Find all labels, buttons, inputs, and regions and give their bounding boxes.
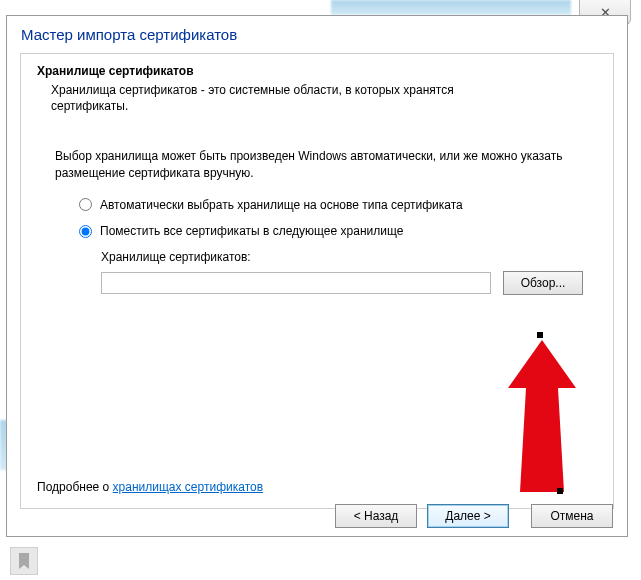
learn-more-link[interactable]: хранилищах сертификатов <box>113 480 263 494</box>
learn-more: Подробнее о хранилищах сертификатов <box>37 480 263 494</box>
wizard-content-panel: Хранилище сертификатов Хранилища сертифи… <box>20 53 614 509</box>
radio-auto[interactable]: Автоматически выбрать хранилище на основ… <box>79 197 595 213</box>
wizard-window: Мастер импорта сертификатов Хранилище се… <box>6 15 628 537</box>
annotation-arrow-icon <box>502 340 582 500</box>
certificate-store-input[interactable] <box>101 272 491 294</box>
next-button[interactable]: Далее > <box>427 504 509 528</box>
intro-text: Выбор хранилища может быть произведен Wi… <box>55 148 595 180</box>
back-button[interactable]: < Назад <box>335 504 417 528</box>
radio-auto-label: Автоматически выбрать хранилище на основ… <box>100 197 463 213</box>
browse-button[interactable]: Обзор... <box>503 271 583 295</box>
radio-group: Автоматически выбрать хранилище на основ… <box>79 197 595 239</box>
section-heading: Хранилище сертификатов <box>37 64 597 78</box>
radio-auto-input[interactable] <box>79 198 92 211</box>
background-window-hint <box>331 0 571 15</box>
svg-marker-0 <box>508 340 576 492</box>
bookmark-button[interactable] <box>10 547 38 575</box>
radio-manual-input[interactable] <box>79 225 92 238</box>
learn-more-prefix: Подробнее о <box>37 480 113 494</box>
selection-handle-icon <box>557 488 563 494</box>
store-field-label: Хранилище сертификатов: <box>101 249 595 265</box>
cancel-button[interactable]: Отмена <box>531 504 613 528</box>
wizard-title: Мастер импорта сертификатов <box>7 16 627 47</box>
radio-manual-label: Поместить все сертификаты в следующее хр… <box>100 223 403 239</box>
bookmark-icon <box>17 553 31 569</box>
wizard-button-bar: < Назад Далее > Отмена <box>335 504 613 528</box>
selection-handle-icon <box>537 332 543 338</box>
radio-manual[interactable]: Поместить все сертификаты в следующее хр… <box>79 223 595 239</box>
section-description: Хранилища сертификатов - это системные о… <box>51 82 531 114</box>
